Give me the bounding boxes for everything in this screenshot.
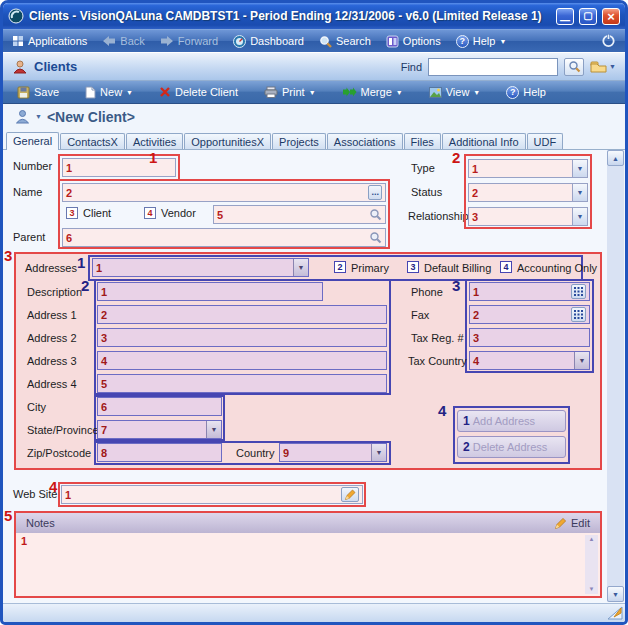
- notes-title: Notes: [26, 517, 55, 529]
- name-label: Name: [13, 186, 42, 198]
- delete-address-button[interactable]: 2 Delete Address: [457, 436, 566, 458]
- view-button[interactable]: View ▼: [425, 86, 485, 98]
- vendor-checkbox[interactable]: 4: [144, 207, 156, 219]
- dialpad-icon: [574, 287, 583, 296]
- client-checkbox[interactable]: 3: [66, 207, 78, 219]
- address1-input[interactable]: 2: [97, 305, 387, 324]
- scroll-up-button[interactable]: ▲: [607, 150, 624, 166]
- tab-activities[interactable]: Activities: [126, 133, 183, 149]
- notes-scrollbar[interactable]: ▲ ▼: [585, 535, 598, 594]
- delete-x-icon: [159, 86, 171, 98]
- menu-item-back[interactable]: Back: [102, 35, 144, 47]
- magnifier-icon: [568, 60, 581, 73]
- menu-item-dashboard[interactable]: Dashboard: [233, 35, 304, 48]
- tab-udf[interactable]: UDF: [527, 133, 564, 149]
- address-selector[interactable]: 1 ▼: [92, 258, 309, 277]
- record-menu-caret[interactable]: ▼: [35, 113, 42, 120]
- notes-scroll-down-icon[interactable]: ▼: [589, 585, 595, 594]
- delete-client-button[interactable]: Delete Client: [155, 86, 242, 98]
- menu-item-help[interactable]: ? Help ▼: [456, 35, 507, 48]
- tab-projects[interactable]: Projects: [272, 133, 326, 149]
- tax-country-select[interactable]: 4 ▼: [469, 351, 590, 370]
- chevron-down-icon[interactable]: ▼: [574, 352, 589, 369]
- menu-item-search[interactable]: Search: [319, 35, 371, 48]
- menu-item-applications[interactable]: Applications: [12, 35, 87, 47]
- print-button[interactable]: Print ▼: [260, 86, 320, 98]
- default-billing-checkbox[interactable]: 3: [407, 261, 419, 273]
- name-ellipsis-button[interactable]: ...: [368, 185, 382, 200]
- new-button[interactable]: New ▼: [81, 86, 137, 99]
- merge-button[interactable]: Merge ▼: [338, 86, 407, 98]
- save-button[interactable]: Save: [13, 86, 63, 99]
- merge-arrows-icon: [342, 86, 357, 98]
- lookup-magnifier-icon[interactable]: [369, 208, 382, 221]
- name-input[interactable]: 2 ...: [62, 183, 386, 202]
- toolbar-help-button[interactable]: ? Help: [502, 86, 550, 99]
- chevron-down-icon[interactable]: ▼: [572, 208, 587, 225]
- tax-reg-input[interactable]: 3: [469, 328, 590, 347]
- phone-label: Phone: [411, 286, 443, 298]
- notes-textarea[interactable]: 1: [16, 533, 600, 596]
- address4-input[interactable]: 5: [97, 374, 387, 393]
- accounting-only-checkbox[interactable]: 4: [500, 261, 512, 273]
- chevron-down-icon[interactable]: ▼: [572, 184, 587, 201]
- fax-input[interactable]: 2: [469, 305, 590, 324]
- maximize-button[interactable]: ▢: [579, 8, 597, 25]
- power-button[interactable]: [601, 33, 616, 50]
- relationship-select[interactable]: 3 ▼: [468, 207, 588, 226]
- callout-notes: 5: [4, 508, 12, 523]
- description-input[interactable]: 1: [97, 282, 323, 301]
- options-icon: [386, 35, 399, 48]
- notes-scroll-up-icon[interactable]: ▲: [589, 535, 595, 544]
- number-label: Number: [13, 160, 52, 172]
- website-edit-button[interactable]: [341, 487, 359, 502]
- address2-input[interactable]: 3: [97, 328, 387, 347]
- city-input[interactable]: 6: [97, 397, 222, 416]
- zip-postcode-input[interactable]: 8: [97, 443, 222, 462]
- main-scrollbar[interactable]: [607, 150, 624, 602]
- status-label: Status: [411, 186, 442, 198]
- resize-grip-icon[interactable]: [606, 606, 623, 621]
- fax-dialpad-button[interactable]: [571, 307, 586, 322]
- parent-input[interactable]: 6: [62, 228, 386, 247]
- chevron-down-icon[interactable]: ▼: [293, 259, 308, 276]
- tab-general[interactable]: General: [6, 132, 59, 150]
- type-select[interactable]: 1 ▼: [468, 159, 588, 178]
- titlebar: Clients - VisionQALuna CAMDBTST1 - Perio…: [3, 3, 625, 29]
- minimize-button[interactable]: —: [556, 8, 574, 25]
- menu-item-forward[interactable]: Forward: [160, 35, 218, 47]
- find-search-button[interactable]: [564, 58, 584, 76]
- chevron-down-icon[interactable]: ▼: [572, 160, 587, 177]
- tab-contactsx[interactable]: ContactsX: [60, 133, 125, 149]
- notes-edit-button[interactable]: Edit: [554, 517, 590, 530]
- folder-icon: [590, 60, 607, 73]
- phone-input[interactable]: 1: [469, 282, 590, 301]
- number-input[interactable]: 1: [62, 158, 176, 177]
- client-record-icon[interactable]: [15, 109, 30, 124]
- website-input[interactable]: 1: [61, 485, 363, 504]
- scroll-down-button[interactable]: ▼: [607, 586, 624, 602]
- client-vendor-lookup-input[interactable]: 5: [213, 205, 386, 224]
- parent-magnifier-icon[interactable]: [369, 231, 382, 244]
- add-address-button[interactable]: 1 Add Address: [457, 410, 566, 432]
- tax-country-label: Tax Country: [408, 355, 467, 367]
- primary-checkbox[interactable]: 2: [334, 261, 346, 273]
- status-select[interactable]: 2 ▼: [468, 183, 588, 202]
- chevron-down-icon[interactable]: ▼: [371, 444, 386, 461]
- callout-addresses: 3: [4, 248, 12, 263]
- address3-input[interactable]: 4: [97, 351, 387, 370]
- chevron-down-icon[interactable]: ▼: [206, 421, 221, 438]
- tab-associations[interactable]: Associations: [327, 133, 403, 149]
- phone-dialpad-button[interactable]: [571, 284, 586, 299]
- close-button[interactable]: ×: [602, 8, 620, 25]
- country-select[interactable]: 9 ▼: [279, 443, 387, 462]
- state-province-select[interactable]: 7 ▼: [97, 420, 222, 439]
- find-input[interactable]: [428, 58, 558, 76]
- tab-opportunitiesx[interactable]: OpportunitiesX: [184, 133, 271, 149]
- default-billing-label: Default Billing: [424, 262, 491, 274]
- menu-item-options[interactable]: Options: [386, 35, 441, 48]
- tab-additional-info[interactable]: Additional Info: [442, 133, 526, 149]
- tab-files[interactable]: Files: [404, 133, 441, 149]
- accounting-only-label: Accounting Only: [517, 262, 597, 274]
- find-folder-button[interactable]: ▼: [590, 60, 616, 73]
